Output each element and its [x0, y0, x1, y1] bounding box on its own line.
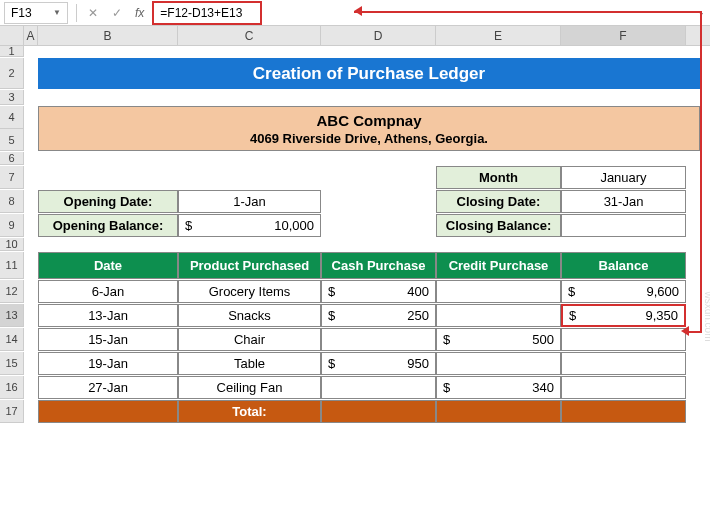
total-balance[interactable] — [561, 400, 686, 423]
credit-cell[interactable] — [436, 304, 561, 327]
cell-A13[interactable] — [24, 304, 38, 327]
row-header-3[interactable]: 3 — [0, 90, 24, 105]
date-cell[interactable]: 13-Jan — [38, 304, 178, 327]
row-header-6[interactable]: 6 — [0, 152, 24, 165]
col-header-C[interactable]: C — [178, 26, 321, 45]
balance-cell[interactable] — [561, 376, 686, 399]
page-title[interactable]: Creation of Purchase Ledger — [38, 58, 700, 89]
cancel-icon[interactable]: ✕ — [85, 6, 101, 20]
row-header-15[interactable]: 15 — [0, 352, 24, 375]
select-all-corner[interactable] — [0, 26, 24, 45]
open-bal-value[interactable]: $10,000 — [178, 214, 321, 237]
date-cell[interactable]: 19-Jan — [38, 352, 178, 375]
balance-cell[interactable]: $9,600 — [561, 280, 686, 303]
column-headers: A B C D E F — [0, 26, 710, 46]
cell-A4[interactable] — [24, 106, 38, 151]
row-header-2[interactable]: 2 — [0, 58, 24, 89]
cell-A12[interactable] — [24, 280, 38, 303]
row-header-16[interactable]: 16 — [0, 376, 24, 399]
row-header-14[interactable]: 14 — [0, 328, 24, 351]
hdr-credit[interactable]: Credit Purchase — [436, 252, 561, 279]
row-header-9[interactable]: 9 — [0, 214, 24, 237]
credit-cell[interactable]: $500 — [436, 328, 561, 351]
hdr-date[interactable]: Date — [38, 252, 178, 279]
hdr-balance[interactable]: Balance — [561, 252, 686, 279]
formula-input[interactable]: =F12-D13+E13 — [152, 1, 262, 25]
balance-cell[interactable] — [561, 352, 686, 375]
cell-B7[interactable] — [38, 166, 178, 189]
date-cell[interactable]: 6-Jan — [38, 280, 178, 303]
cell-A11[interactable] — [24, 252, 38, 279]
cash-cell[interactable]: $950 — [321, 352, 436, 375]
close-date-label[interactable]: Closing Date: — [436, 190, 561, 213]
cell-A8[interactable] — [24, 190, 38, 213]
credit-cell[interactable]: $340 — [436, 376, 561, 399]
product-cell[interactable]: Grocery Items — [178, 280, 321, 303]
open-date-label[interactable]: Opening Date: — [38, 190, 178, 213]
total-spacer[interactable] — [38, 400, 178, 423]
row-header-4-5[interactable]: 4 5 — [0, 106, 24, 151]
row-header-12[interactable]: 12 — [0, 280, 24, 303]
cash-cell[interactable] — [321, 328, 436, 351]
hdr-product[interactable]: Product Purchased — [178, 252, 321, 279]
row-header-7[interactable]: 7 — [0, 166, 24, 189]
date-cell[interactable]: 27-Jan — [38, 376, 178, 399]
company-name: ABC Compnay — [316, 112, 421, 129]
cell-A14[interactable] — [24, 328, 38, 351]
name-box[interactable]: F13 ▼ — [4, 2, 68, 24]
divider — [76, 4, 77, 22]
total-cash[interactable] — [321, 400, 436, 423]
col-header-F[interactable]: F — [561, 26, 686, 45]
month-label[interactable]: Month — [436, 166, 561, 189]
row-header-8[interactable]: 8 — [0, 190, 24, 213]
cell-C7[interactable] — [178, 166, 321, 189]
chevron-down-icon[interactable]: ⌄ — [698, 8, 705, 17]
cash-cell[interactable] — [321, 376, 436, 399]
month-value[interactable]: January — [561, 166, 686, 189]
product-cell[interactable]: Snacks — [178, 304, 321, 327]
cell-A17[interactable] — [24, 400, 38, 423]
row-6: 6 — [0, 152, 710, 166]
col-header-E[interactable]: E — [436, 26, 561, 45]
row-4-5: 4 5 ABC Compnay 4069 Riverside Drive, At… — [0, 106, 710, 152]
col-header-D[interactable]: D — [321, 26, 436, 45]
row-header-1[interactable]: 1 — [0, 46, 24, 57]
col-header-B[interactable]: B — [38, 26, 178, 45]
row-header-11[interactable]: 11 — [0, 252, 24, 279]
close-date-value[interactable]: 31-Jan — [561, 190, 686, 213]
product-cell[interactable]: Chair — [178, 328, 321, 351]
open-date-value[interactable]: 1-Jan — [178, 190, 321, 213]
row-header-10[interactable]: 10 — [0, 238, 24, 251]
row-header-13[interactable]: 13 — [0, 304, 24, 327]
cell-D9[interactable] — [321, 214, 436, 237]
date-cell[interactable]: 15-Jan — [38, 328, 178, 351]
check-icon[interactable]: ✓ — [109, 6, 125, 20]
cell-A2[interactable] — [24, 58, 38, 89]
chevron-down-icon[interactable]: ▼ — [53, 8, 61, 17]
hdr-cash[interactable]: Cash Purchase — [321, 252, 436, 279]
cell-A7[interactable] — [24, 166, 38, 189]
active-cell[interactable]: $9,350 — [561, 304, 686, 327]
total-credit[interactable] — [436, 400, 561, 423]
credit-cell[interactable] — [436, 352, 561, 375]
cell-D7[interactable] — [321, 166, 436, 189]
row-header-17[interactable]: 17 — [0, 400, 24, 423]
cell-A15[interactable] — [24, 352, 38, 375]
col-header-A[interactable]: A — [24, 26, 38, 45]
close-bal-label[interactable]: Closing Balance: — [436, 214, 561, 237]
close-bal-value[interactable] — [561, 214, 686, 237]
arrowhead-icon — [354, 6, 362, 16]
cell-A9[interactable] — [24, 214, 38, 237]
credit-cell[interactable] — [436, 280, 561, 303]
cash-cell[interactable]: $250 — [321, 304, 436, 327]
product-cell[interactable]: Table — [178, 352, 321, 375]
company-box[interactable]: ABC Compnay 4069 Riverside Drive, Athens… — [38, 106, 700, 151]
cell-D8[interactable] — [321, 190, 436, 213]
fx-icon[interactable]: fx — [135, 6, 144, 20]
open-bal-label[interactable]: Opening Balance: — [38, 214, 178, 237]
cell-A16[interactable] — [24, 376, 38, 399]
product-cell[interactable]: Ceiling Fan — [178, 376, 321, 399]
cash-cell[interactable]: $400 — [321, 280, 436, 303]
total-label[interactable]: Total: — [178, 400, 321, 423]
balance-cell[interactable] — [561, 328, 686, 351]
